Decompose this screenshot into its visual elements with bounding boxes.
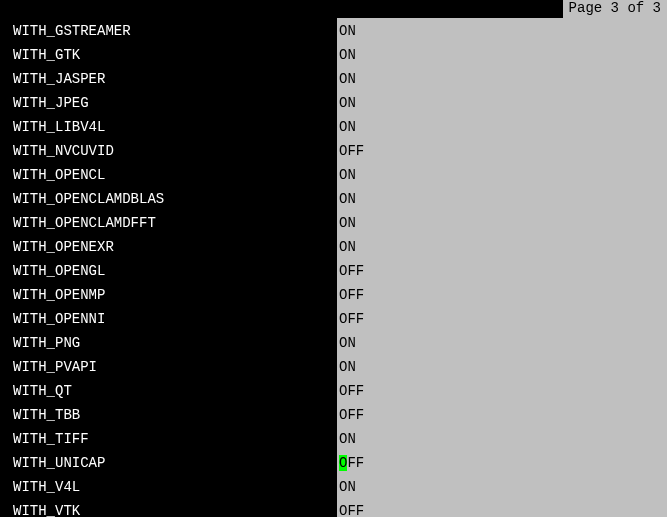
option-label: WITH_JASPER <box>13 70 105 88</box>
option-row[interactable]: WITH_GSTREAMER <box>13 22 337 46</box>
option-label: WITH_OPENEXR <box>13 238 114 256</box>
option-value-row[interactable]: OFF <box>337 406 667 430</box>
option-value-row[interactable]: ON <box>337 118 667 142</box>
option-row[interactable]: WITH_PNG <box>13 334 337 358</box>
option-row[interactable]: WITH_OPENEXR <box>13 238 337 262</box>
option-value-row[interactable]: OFF <box>337 310 667 334</box>
option-row[interactable]: WITH_OPENCLAMDBLAS <box>13 190 337 214</box>
option-label: WITH_OPENCLAMDBLAS <box>13 190 164 208</box>
option-value-row[interactable]: OFF <box>337 142 667 166</box>
option-value-row[interactable]: OFF <box>337 454 667 478</box>
option-value-row[interactable]: ON <box>337 334 667 358</box>
option-row[interactable]: WITH_VTK <box>13 502 337 517</box>
option-label: WITH_VTK <box>13 502 80 517</box>
option-label: WITH_GTK <box>13 46 80 64</box>
option-value-row[interactable]: ON <box>337 190 667 214</box>
option-label: WITH_OPENCLAMDFFT <box>13 214 156 232</box>
option-value[interactable]: OFF <box>337 310 364 328</box>
option-value[interactable]: ON <box>337 166 356 184</box>
option-row[interactable]: WITH_LIBV4L <box>13 118 337 142</box>
options-table: WITH_GSTREAMERWITH_GTKWITH_JASPERWITH_JP… <box>0 18 667 517</box>
page-indicator: Page 3 of 3 <box>563 0 667 18</box>
option-value[interactable]: ON <box>337 70 356 88</box>
option-value[interactable]: ON <box>337 238 356 256</box>
option-label: WITH_JPEG <box>13 94 89 112</box>
option-row[interactable]: WITH_UNICAP <box>13 454 337 478</box>
option-row[interactable]: WITH_JPEG <box>13 94 337 118</box>
option-row[interactable]: WITH_JASPER <box>13 70 337 94</box>
option-value-row[interactable]: ON <box>337 238 667 262</box>
option-label: WITH_PNG <box>13 334 80 352</box>
option-value[interactable]: OFF <box>337 262 364 280</box>
option-label: WITH_TBB <box>13 406 80 424</box>
option-value[interactable]: OFF <box>337 382 364 400</box>
option-value[interactable]: OFF <box>337 286 364 304</box>
option-label: WITH_OPENCL <box>13 166 105 184</box>
option-value-row[interactable]: OFF <box>337 286 667 310</box>
option-value-row[interactable]: ON <box>337 94 667 118</box>
option-value[interactable]: ON <box>337 478 356 496</box>
option-value[interactable]: ON <box>337 190 356 208</box>
option-row[interactable]: WITH_QT <box>13 382 337 406</box>
option-label: WITH_V4L <box>13 478 80 496</box>
option-value[interactable]: ON <box>337 46 356 64</box>
option-label: WITH_OPENNI <box>13 310 105 328</box>
option-value-row[interactable]: OFF <box>337 502 667 517</box>
option-value-row[interactable]: ON <box>337 478 667 502</box>
option-value-row[interactable]: ON <box>337 166 667 190</box>
option-label: WITH_TIFF <box>13 430 89 448</box>
option-label: WITH_QT <box>13 382 72 400</box>
option-row[interactable]: WITH_OPENCL <box>13 166 337 190</box>
option-value-row[interactable]: ON <box>337 214 667 238</box>
option-value-row[interactable]: ON <box>337 22 667 46</box>
option-value-row[interactable]: OFF <box>337 262 667 286</box>
option-value[interactable]: OFF <box>337 142 364 160</box>
option-label: WITH_LIBV4L <box>13 118 105 136</box>
option-label: WITH_OPENMP <box>13 286 105 304</box>
option-row[interactable]: WITH_GTK <box>13 46 337 70</box>
option-value[interactable]: ON <box>337 358 356 376</box>
option-label: WITH_PVAPI <box>13 358 97 376</box>
option-value[interactable]: ON <box>337 118 356 136</box>
option-value[interactable]: ON <box>337 94 356 112</box>
option-value[interactable]: OFF <box>337 454 364 472</box>
option-value[interactable]: ON <box>337 214 356 232</box>
option-row[interactable]: WITH_OPENNI <box>13 310 337 334</box>
header-bar: Page 3 of 3 <box>0 0 667 18</box>
option-row[interactable]: WITH_V4L <box>13 478 337 502</box>
option-value[interactable]: OFF <box>337 502 364 517</box>
option-value[interactable]: OFF <box>337 406 364 424</box>
option-row[interactable]: WITH_OPENGL <box>13 262 337 286</box>
option-row[interactable]: WITH_OPENMP <box>13 286 337 310</box>
values-column: ONONONONONOFFONONONONOFFOFFOFFONONOFFOFF… <box>337 18 667 517</box>
option-row[interactable]: WITH_PVAPI <box>13 358 337 382</box>
option-label: WITH_UNICAP <box>13 454 105 472</box>
option-label: WITH_OPENGL <box>13 262 105 280</box>
option-value[interactable]: ON <box>337 334 356 352</box>
option-row[interactable]: WITH_TBB <box>13 406 337 430</box>
option-value-row[interactable]: ON <box>337 430 667 454</box>
option-value-row[interactable]: ON <box>337 70 667 94</box>
option-row[interactable]: WITH_NVCUVID <box>13 142 337 166</box>
option-value-row[interactable]: ON <box>337 358 667 382</box>
option-value-row[interactable]: OFF <box>337 382 667 406</box>
option-value[interactable]: ON <box>337 22 356 40</box>
option-row[interactable]: WITH_OPENCLAMDFFT <box>13 214 337 238</box>
option-value-row[interactable]: ON <box>337 46 667 70</box>
option-label: WITH_NVCUVID <box>13 142 114 160</box>
option-value[interactable]: ON <box>337 430 356 448</box>
option-row[interactable]: WITH_TIFF <box>13 430 337 454</box>
option-label: WITH_GSTREAMER <box>13 22 131 40</box>
labels-column: WITH_GSTREAMERWITH_GTKWITH_JASPERWITH_JP… <box>0 18 337 517</box>
